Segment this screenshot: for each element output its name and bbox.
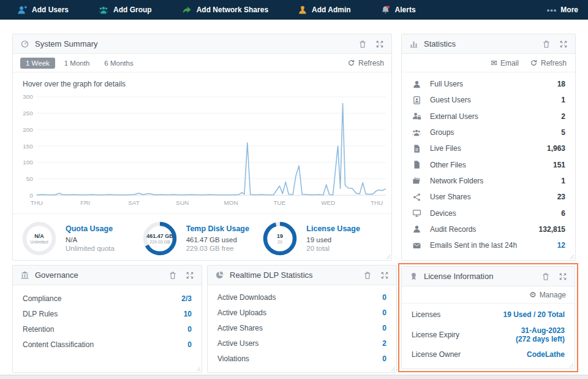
email-label: Email [500,59,519,67]
file-icon [412,160,421,169]
tab-1-month[interactable]: 1 Month [59,58,96,69]
statistics-toolbar: ✉ Email Refresh [402,54,575,72]
refresh-icon [530,59,538,67]
add-admin-label: Add Admin [312,6,351,14]
svg-text:50: 50 [26,175,33,182]
license-row-licenses: Licenses 19 Used / 20 Total [412,307,565,323]
manage-label: Manage [540,291,566,299]
bottom-scrollbar[interactable] [0,375,588,379]
statistics-title: Statistics [424,39,537,48]
realtime-dlp-list: Active Downloads 0 Active Uploads 0 Acti… [208,285,396,372]
admin-user-icon [298,5,307,15]
trash-icon[interactable] [363,271,372,280]
system-summary-panel: System Summary 1 Week 1 Month 6 Months R… [12,34,392,261]
alerts-button[interactable]: Alerts [380,5,416,15]
expand-icon[interactable] [186,271,194,280]
activity-line-chart[interactable]: 050100150200250300THUFRISATSUNMONTUEWEDT… [15,92,390,211]
license-row-expiry: License Expiry 31-Aug-2023(272 days left… [412,323,565,347]
license-usage-stat: 19 20 License Usage 19 used 20 total [262,221,383,256]
statistics-header: Statistics [402,34,575,54]
temp-disk-donut-chart: 461.47 GB 229.03 GB [142,221,178,256]
stat-row-devices: Devices 6 [412,205,565,221]
envelope-icon [412,241,421,250]
bar-chart-icon [409,39,418,48]
more-button[interactable]: ••• More [547,0,578,20]
svg-text:THU: THU [31,199,43,206]
refresh-icon [347,59,355,67]
summary-refresh-button[interactable]: Refresh [347,59,384,67]
gauge-icon [20,39,29,48]
statistics-list: Full Users 18 Guest Users 1 External Use… [402,72,575,260]
realtime-dlp-header: Realtime DLP Statistics [208,266,396,285]
gear-icon: ⚙ [529,291,537,299]
quota-usage-stat: N/A Unlimited Quota Usage N/A Unlimited … [21,221,142,256]
svg-text:MON: MON [224,199,238,206]
trash-icon[interactable] [168,271,177,280]
add-group-label: Add Group [113,6,152,14]
dlp-row-active-downloads: Active Downloads 0 [217,290,386,305]
email-button[interactable]: ✉ Email [491,59,519,67]
add-group-button[interactable]: Add Group [98,5,152,15]
user-icon [412,224,421,234]
svg-text:229.03 GB: 229.03 GB [149,240,170,244]
governance-title: Governance [35,270,163,280]
temp-disk-usage-title[interactable]: Temp Disk Usage [186,224,249,233]
ellipsis-icon: ••• [547,6,557,15]
tab-1-week[interactable]: 1 Week [20,58,55,69]
svg-text:200: 200 [23,126,33,133]
dlp-row-active-shares: Active Shares 0 [217,321,386,336]
user-plus-icon [17,5,28,15]
quota-usage-title[interactable]: Quota Usage [66,224,115,233]
temp-disk-usage-line1: 461.47 GB used [186,236,249,243]
share-icon [412,193,421,202]
trash-icon[interactable] [542,40,551,48]
stat-row-live-files: Live Files 1,963 [412,140,565,156]
file-lines-icon [412,144,421,153]
add-users-button[interactable]: Add Users [17,5,69,15]
license-donut-chart: 19 20 [262,221,298,256]
license-usage-title[interactable]: License Usage [306,224,360,233]
add-network-shares-button[interactable]: Add Network Shares [181,5,268,15]
license-title: License Information [424,272,536,281]
license-row-owner: License Owner CodeLathe [412,347,565,362]
svg-text:461.47 GB: 461.47 GB [146,233,173,239]
system-summary-header: System Summary [13,34,391,54]
svg-text:Unlimited: Unlimited [30,240,48,244]
license-list: Licenses 19 Used / 20 Total License Expi… [402,304,575,369]
bell-icon [380,5,391,15]
summary-chart-area: Hover over the graph for details 0501001… [13,72,391,213]
trash-icon[interactable] [541,272,550,281]
svg-text:N/A: N/A [34,233,44,239]
expand-icon[interactable] [375,40,384,48]
stat-row-audit-records: Audit Records 132,815 [412,221,565,237]
id-badge-icon [412,96,421,105]
summary-range-tabs: 1 Week 1 Month 6 Months Refresh [13,54,391,72]
user-lock-icon [412,112,421,121]
stat-row-network-folders: Network Folders 1 [412,173,565,189]
user-icon [412,80,421,89]
dlp-row-violations: Violations 0 [217,351,386,366]
statistics-refresh-button[interactable]: Refresh [530,59,567,67]
expand-icon[interactable] [559,272,567,281]
stat-row-groups: Groups 5 [412,124,565,140]
topbar: Add Users Add Group Add Network Shares A… [0,0,588,20]
dlp-row-active-uploads: Active Uploads 0 [217,305,386,321]
svg-text:0: 0 [29,192,33,199]
expand-icon[interactable] [380,271,389,280]
add-users-label: Add Users [32,6,69,14]
statistics-refresh-label: Refresh [541,59,567,67]
folders-icon [412,176,421,185]
summary-refresh-label: Refresh [358,59,384,67]
manage-button[interactable]: ⚙ Manage [529,291,566,299]
governance-row-compliance: Compliance 2/3 [23,291,192,307]
expand-icon[interactable] [559,40,568,48]
trash-icon[interactable] [358,40,367,48]
more-label: More [560,6,578,14]
governance-row-retention: Retention 0 [23,322,192,337]
svg-text:THU: THU [371,199,383,206]
governance-panel: Governance Compliance 2/3 DLP Rules 10 R… [12,265,202,373]
share-arrow-icon [181,5,192,15]
tab-6-months[interactable]: 6 Months [99,58,138,69]
system-summary-title: System Summary [35,39,353,48]
add-admin-button[interactable]: Add Admin [298,5,351,15]
